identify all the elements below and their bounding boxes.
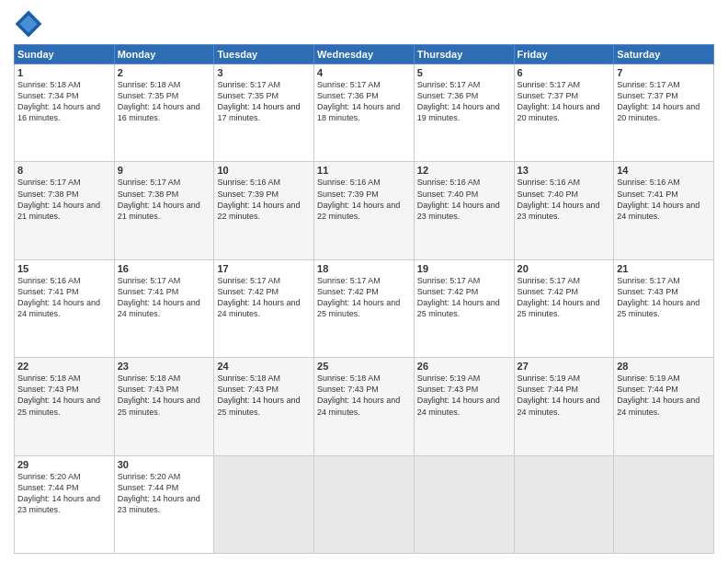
day-info: Sunrise: 5:17 AM Sunset: 7:35 PM Dayligh… [217,79,311,124]
sunrise-label: Sunrise: 5:17 AM [217,80,280,89]
day-info: Sunrise: 5:20 AM Sunset: 7:44 PM Dayligh… [17,471,111,516]
calendar-week-1: 1 Sunrise: 5:18 AM Sunset: 7:34 PM Dayli… [15,64,714,162]
day-number: 7 [617,67,711,78]
day-info: Sunrise: 5:16 AM Sunset: 7:39 PM Dayligh… [317,177,411,222]
day-number: 17 [217,263,311,274]
sunset-label: Sunset: 7:43 PM [617,287,678,296]
daylight-label: Daylight: 14 hours and 24 minutes. [417,396,500,416]
day-number: 23 [118,361,211,372]
sunset-label: Sunset: 7:42 PM [518,287,579,296]
calendar-cell: 30 Sunrise: 5:20 AM Sunset: 7:44 PM Dayl… [114,455,214,553]
daylight-label: Daylight: 14 hours and 25 minutes. [417,298,500,318]
daylight-label: Daylight: 14 hours and 24 minutes. [617,201,700,221]
day-number: 18 [317,263,411,274]
daylight-label: Daylight: 14 hours and 25 minutes. [317,298,400,318]
calendar-cell: 13 Sunrise: 5:16 AM Sunset: 7:40 PM Dayl… [514,162,614,259]
calendar-cell: 25 Sunrise: 5:18 AM Sunset: 7:43 PM Dayl… [314,358,415,455]
day-info: Sunrise: 5:18 AM Sunset: 7:43 PM Dayligh… [17,373,111,418]
daylight-label: Daylight: 14 hours and 17 minutes. [217,102,300,122]
day-info: Sunrise: 5:17 AM Sunset: 7:38 PM Dayligh… [118,177,211,222]
daylight-label: Daylight: 14 hours and 23 minutes. [417,201,500,221]
calendar-header-row: SundayMondayTuesdayWednesdayThursdayFrid… [15,45,714,64]
sunset-label: Sunset: 7:41 PM [118,287,179,296]
sunrise-label: Sunrise: 5:20 AM [17,472,81,481]
daylight-label: Daylight: 14 hours and 18 minutes. [317,102,400,122]
sunrise-label: Sunrise: 5:17 AM [17,178,81,187]
day-number: 1 [17,67,111,78]
day-number: 26 [417,361,511,372]
calendar-cell: 15 Sunrise: 5:16 AM Sunset: 7:41 PM Dayl… [15,259,115,357]
day-number: 3 [217,67,311,78]
sunset-label: Sunset: 7:37 PM [617,91,678,100]
day-info: Sunrise: 5:17 AM Sunset: 7:42 PM Dayligh… [417,275,511,320]
day-number: 25 [317,361,411,372]
day-info: Sunrise: 5:18 AM Sunset: 7:34 PM Dayligh… [17,79,111,124]
calendar-cell: 6 Sunrise: 5:17 AM Sunset: 7:37 PM Dayli… [514,64,614,162]
calendar-table: SundayMondayTuesdayWednesdayThursdayFrid… [14,44,714,554]
day-number: 2 [118,67,211,78]
sunset-label: Sunset: 7:42 PM [417,287,479,296]
sunrise-label: Sunrise: 5:17 AM [317,80,381,89]
calendar-cell: 19 Sunrise: 5:17 AM Sunset: 7:42 PM Dayl… [414,259,514,357]
day-number: 24 [217,361,311,372]
sunrise-label: Sunrise: 5:17 AM [118,276,181,285]
daylight-label: Daylight: 14 hours and 25 minutes. [217,396,300,416]
day-number: 6 [518,67,611,78]
calendar-cell: 12 Sunrise: 5:16 AM Sunset: 7:40 PM Dayl… [414,162,514,259]
sunset-label: Sunset: 7:36 PM [417,91,479,100]
col-header-saturday: Saturday [614,45,714,64]
daylight-label: Daylight: 14 hours and 21 minutes. [118,201,200,221]
calendar-week-5: 29 Sunrise: 5:20 AM Sunset: 7:44 PM Dayl… [15,455,714,553]
sunset-label: Sunset: 7:44 PM [617,385,678,394]
sunset-label: Sunset: 7:38 PM [118,190,179,199]
calendar-cell: 2 Sunrise: 5:18 AM Sunset: 7:35 PM Dayli… [114,64,214,162]
sunrise-label: Sunrise: 5:17 AM [518,276,581,285]
sunset-label: Sunset: 7:40 PM [417,190,479,199]
calendar-cell: 1 Sunrise: 5:18 AM Sunset: 7:34 PM Dayli… [15,64,115,162]
calendar-cell: 3 Sunrise: 5:17 AM Sunset: 7:35 PM Dayli… [214,64,314,162]
day-info: Sunrise: 5:17 AM Sunset: 7:38 PM Dayligh… [17,177,111,222]
calendar-cell [614,455,714,553]
day-number: 15 [17,263,111,274]
sunrise-label: Sunrise: 5:18 AM [118,373,181,383]
day-number: 22 [17,361,111,372]
sunset-label: Sunset: 7:34 PM [17,91,79,100]
daylight-label: Daylight: 14 hours and 25 minutes. [17,396,100,416]
page: SundayMondayTuesdayWednesdayThursdayFrid… [0,0,728,563]
sunrise-label: Sunrise: 5:19 AM [617,373,680,383]
daylight-label: Daylight: 14 hours and 23 minutes. [118,494,200,514]
calendar-cell: 10 Sunrise: 5:16 AM Sunset: 7:39 PM Dayl… [214,162,314,259]
daylight-label: Daylight: 14 hours and 25 minutes. [617,298,700,318]
daylight-label: Daylight: 14 hours and 20 minutes. [617,102,700,122]
col-header-wednesday: Wednesday [314,45,415,64]
day-number: 28 [617,361,711,372]
sunrise-label: Sunrise: 5:18 AM [17,373,81,383]
col-header-thursday: Thursday [414,45,514,64]
day-info: Sunrise: 5:18 AM Sunset: 7:35 PM Dayligh… [118,79,211,124]
day-number: 13 [518,165,611,176]
day-number: 29 [17,459,111,470]
day-number: 30 [118,459,211,470]
day-number: 12 [417,165,511,176]
daylight-label: Daylight: 14 hours and 22 minutes. [217,201,300,221]
col-header-friday: Friday [514,45,614,64]
daylight-label: Daylight: 14 hours and 24 minutes. [617,396,700,416]
day-info: Sunrise: 5:19 AM Sunset: 7:44 PM Dayligh… [518,373,611,418]
sunrise-label: Sunrise: 5:16 AM [617,178,680,187]
day-info: Sunrise: 5:17 AM Sunset: 7:37 PM Dayligh… [518,79,611,124]
sunrise-label: Sunrise: 5:17 AM [617,80,680,89]
day-info: Sunrise: 5:17 AM Sunset: 7:42 PM Dayligh… [217,275,311,320]
day-info: Sunrise: 5:16 AM Sunset: 7:41 PM Dayligh… [617,177,711,222]
calendar-cell: 23 Sunrise: 5:18 AM Sunset: 7:43 PM Dayl… [114,358,214,455]
header [14,9,714,39]
calendar-cell: 22 Sunrise: 5:18 AM Sunset: 7:43 PM Dayl… [15,358,115,455]
sunset-label: Sunset: 7:43 PM [317,385,379,394]
sunset-label: Sunset: 7:40 PM [518,190,579,199]
day-info: Sunrise: 5:16 AM Sunset: 7:40 PM Dayligh… [518,177,611,222]
sunset-label: Sunset: 7:42 PM [217,287,279,296]
sunrise-label: Sunrise: 5:19 AM [417,373,481,383]
daylight-label: Daylight: 14 hours and 24 minutes. [518,396,600,416]
calendar-week-4: 22 Sunrise: 5:18 AM Sunset: 7:43 PM Dayl… [15,358,714,455]
sunrise-label: Sunrise: 5:18 AM [217,373,280,383]
day-info: Sunrise: 5:18 AM Sunset: 7:43 PM Dayligh… [317,373,411,418]
